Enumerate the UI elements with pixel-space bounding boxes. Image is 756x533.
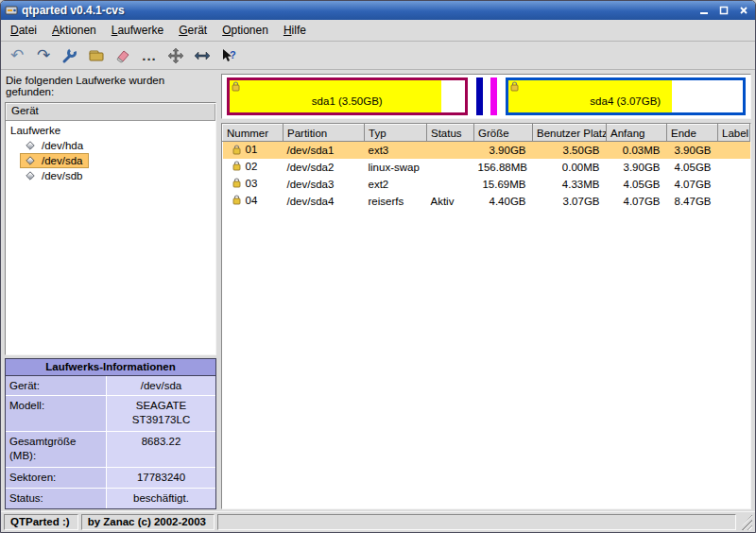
column-header-status[interactable]: Status xyxy=(427,125,474,142)
table-row[interactable]: 01 /dev/sda1 ext3 3.90GB 3.50GB 0.03MB 3… xyxy=(223,142,750,159)
drive-info-panel: Laufwerks-Informationen Gerät: /dev/sda … xyxy=(5,358,216,509)
whats-this-button[interactable]: ? xyxy=(216,43,241,68)
partition-bar-sda1[interactable]: sda1 (3.50GB) xyxy=(227,77,468,115)
cell-anfang[interactable]: 3.90GB xyxy=(607,159,667,176)
menu-item-optionen[interactable]: Optionen xyxy=(215,21,276,40)
column-header-label[interactable]: Label xyxy=(718,125,750,142)
cell-groesse[interactable]: 15.69MB xyxy=(474,176,533,193)
drive-icon xyxy=(26,171,35,181)
column-header-ende[interactable]: Ende xyxy=(667,125,718,142)
cell-anfang[interactable]: 0.03MB xyxy=(607,142,667,159)
info-label: Modell: xyxy=(6,396,106,431)
column-header-anfang[interactable]: Anfang xyxy=(607,125,667,142)
cell-ende[interactable]: 4.05GB xyxy=(667,159,718,176)
cell-nummer: 04 xyxy=(246,195,258,206)
menu-item-datei[interactable]: Datei xyxy=(3,21,44,40)
options-button[interactable]: ... xyxy=(137,43,162,68)
cell-anfang[interactable]: 4.05GB xyxy=(607,176,667,193)
redo-button[interactable]: ↷ xyxy=(31,43,56,68)
cell-ende[interactable]: 8.47GB xyxy=(667,193,718,210)
cell-groesse[interactable]: 4.40GB xyxy=(474,193,533,210)
column-header-typ[interactable]: Typ xyxy=(365,125,427,142)
status-credits: by Zanac (c) 2002-2003 xyxy=(81,514,215,530)
app-icon[interactable] xyxy=(5,4,18,17)
cell-benutzer-platz[interactable]: 3.50GB xyxy=(533,142,607,159)
cell-status[interactable] xyxy=(427,142,474,159)
device-label: /dev/hda xyxy=(42,140,83,151)
table-row[interactable]: 02 /dev/sda2 linux-swap 156.88MB 0.00MB … xyxy=(223,159,750,176)
undo-button[interactable]: ↶ xyxy=(5,43,29,68)
right-panel: sda1 (3.50GB) sda4 (3.07GB) xyxy=(221,74,751,509)
cell-status[interactable] xyxy=(427,159,474,176)
cell-typ[interactable]: linux-swap xyxy=(365,159,427,176)
cell-ende[interactable]: 3.90GB xyxy=(667,142,718,159)
main-area: Die folgenden Laufwerke wurden gefunden:… xyxy=(1,70,755,511)
cell-groesse[interactable]: 156.88MB xyxy=(474,159,533,176)
device-item-hda[interactable]: /dev/hda xyxy=(21,139,89,152)
column-header-partition[interactable]: Partition xyxy=(284,125,365,142)
close-button[interactable] xyxy=(735,4,751,18)
lock-icon xyxy=(232,161,241,171)
properties-button[interactable] xyxy=(58,43,82,68)
tree-column-header[interactable]: Gerät xyxy=(6,103,215,121)
column-header-groesse[interactable]: Größe xyxy=(474,125,533,142)
menu-item-geraet[interactable]: Gerät xyxy=(171,21,215,40)
cell-label[interactable] xyxy=(718,176,750,193)
cell-benutzer-platz[interactable]: 4.33MB xyxy=(533,176,607,193)
cell-typ[interactable]: ext2 xyxy=(365,176,427,193)
titlebar[interactable]: qtparted v0.4.1-cvs xyxy=(1,1,755,20)
cell-nummer: 02 xyxy=(246,161,258,172)
menu-item-aktionen[interactable]: Aktionen xyxy=(44,21,104,40)
device-label: /dev/sda xyxy=(42,155,82,166)
status-app: QTParted :) xyxy=(4,514,78,530)
info-label: Gesamtgröße (MB): xyxy=(6,432,106,467)
info-value: 8683.22 xyxy=(107,432,215,467)
move-button[interactable] xyxy=(163,43,188,68)
cell-label[interactable] xyxy=(718,159,750,176)
cell-label[interactable] xyxy=(718,193,750,210)
cell-partition[interactable]: /dev/sda1 xyxy=(284,142,365,159)
maximize-button[interactable] xyxy=(715,4,731,18)
minimize-button[interactable] xyxy=(696,4,712,18)
cell-ende[interactable]: 4.07GB xyxy=(667,176,718,193)
cell-status[interactable]: Aktiv xyxy=(427,193,474,210)
cell-label[interactable] xyxy=(718,142,750,159)
qtparted-window: qtparted v0.4.1-cvs Datei Aktionen Laufw… xyxy=(0,0,756,533)
device-button[interactable] xyxy=(84,43,109,68)
menu-item-hilfe[interactable]: Hilfe xyxy=(276,21,314,40)
window-title: qtparted v0.4.1-cvs xyxy=(22,4,692,17)
cell-benutzer-platz[interactable]: 0.00MB xyxy=(533,159,607,176)
cell-partition[interactable]: /dev/sda4 xyxy=(284,193,365,210)
statusbar: QTParted :) by Zanac (c) 2002-2003 xyxy=(1,511,755,532)
partition-bar-sda2[interactable] xyxy=(476,77,483,115)
device-icon xyxy=(88,47,105,64)
left-panel: Die folgenden Laufwerke wurden gefunden:… xyxy=(5,74,216,509)
delete-button[interactable] xyxy=(111,43,135,68)
info-value: SEAGATE ST39173LC xyxy=(107,396,215,431)
cell-benutzer-platz[interactable]: 3.07GB xyxy=(533,193,607,210)
column-header-nummer[interactable]: Nummer xyxy=(223,125,284,142)
partition-bar-sda3[interactable] xyxy=(490,77,497,115)
redo-icon: ↷ xyxy=(37,47,50,63)
table-row[interactable]: 03 /dev/sda3 ext2 15.69MB 4.33MB 4.05GB … xyxy=(223,176,750,193)
cell-typ[interactable]: ext3 xyxy=(365,142,427,159)
whats-this-icon: ? xyxy=(220,47,237,64)
tree-root-laufwerke[interactable]: Laufwerke xyxy=(8,124,214,137)
cell-typ[interactable]: reiserfs xyxy=(365,193,427,210)
cell-nummer: 01 xyxy=(246,144,258,155)
device-item-sda[interactable]: /dev/sda xyxy=(21,154,88,167)
device-item-sdb[interactable]: /dev/sdb xyxy=(21,169,88,182)
resize-button[interactable] xyxy=(190,43,215,68)
cell-status[interactable] xyxy=(427,176,474,193)
partition-bar-sda4[interactable]: sda4 (3.07GB) xyxy=(506,77,747,115)
cell-anfang[interactable]: 4.07GB xyxy=(607,193,667,210)
cell-partition[interactable]: /dev/sda3 xyxy=(284,176,365,193)
table-row[interactable]: 04 /dev/sda4 reiserfs Aktiv 4.40GB 3.07G… xyxy=(223,193,750,210)
menu-item-laufwerke[interactable]: Laufwerke xyxy=(104,21,171,40)
cell-groesse[interactable]: 3.90GB xyxy=(474,142,533,159)
cell-partition[interactable]: /dev/sda2 xyxy=(284,159,365,176)
close-icon xyxy=(739,6,748,15)
column-header-benutzer-platz[interactable]: Benutzer Platz xyxy=(533,125,607,142)
resize-grip[interactable] xyxy=(739,514,752,530)
resize-icon xyxy=(194,47,211,64)
